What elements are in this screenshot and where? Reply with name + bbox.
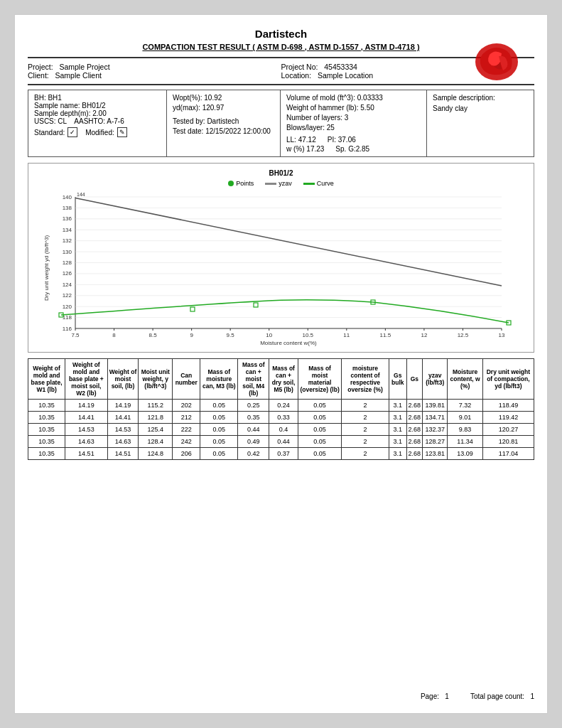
cell-r3-c1: 14.63 (65, 436, 107, 448)
svg-text:124: 124 (62, 282, 72, 288)
svg-text:13: 13 (498, 332, 504, 338)
cell-r1-c11: 2.68 (406, 412, 423, 424)
legend-points-dot (228, 181, 234, 186)
chart-container: BH01/2 Points yzav Curve Dry unit weight… (28, 163, 534, 353)
svg-text:9.5: 9.5 (226, 332, 234, 338)
legend-curve: Curve (303, 180, 334, 187)
legend-curve-line (303, 183, 315, 185)
cell-r3-c8: 0.05 (298, 436, 342, 448)
cell-r0-c10: 3.1 (389, 400, 407, 412)
cell-r0-c8: 0.05 (298, 400, 342, 412)
cell-r1-c1: 14.41 (65, 412, 107, 424)
cell-r0-c11: 2.68 (406, 400, 423, 412)
cell-r4-c1: 14.51 (65, 448, 107, 460)
cell-r4-c14: 117.04 (482, 448, 534, 460)
legend-points-label: Points (236, 180, 254, 187)
cell-r0-c14: 118.49 (482, 400, 534, 412)
cell-r4-c9: 2 (342, 448, 389, 460)
modified-label: Modified: (85, 129, 114, 136)
cell-r0-c3: 115.2 (139, 400, 173, 412)
cell-r2-c10: 3.1 (389, 424, 407, 436)
cell-r2-c11: 2.68 (406, 424, 423, 436)
client-label: Client: (28, 71, 49, 80)
col-header-gs-bulk: Gs bulk (389, 359, 407, 400)
cell-r2-c0: 10.35 (28, 424, 65, 436)
sample-desc-value: Sandy clay (433, 105, 468, 112)
cell-r4-c8: 0.05 (298, 448, 342, 460)
cell-r1-c12: 134.71 (423, 412, 448, 424)
cell-r2-c7: 0.4 (269, 424, 298, 436)
svg-text:132: 132 (62, 237, 72, 244)
svg-text:8.5: 8.5 (148, 332, 157, 338)
cell-r2-c8: 0.05 (298, 424, 342, 436)
cell-r1-c14: 119.42 (482, 412, 534, 424)
cell-r4-c5: 0.05 (200, 448, 238, 460)
w-info: w (%) 17.23 (286, 145, 324, 153)
col-header-oversize-mass: Mass of moist material (oversize) (lb) (298, 359, 342, 400)
cell-r3-c2: 14.63 (107, 436, 139, 448)
bh-label: BH: (34, 94, 46, 102)
cell-r3-c4: 242 (173, 436, 200, 448)
test-date-value: 12/15/2022 12:00:00 (205, 127, 271, 135)
cell-r3-c3: 128.4 (139, 436, 173, 448)
svg-text:122: 122 (62, 292, 72, 299)
uscs-value: CL (58, 117, 66, 125)
cell-r3-c14: 120.81 (482, 436, 534, 448)
col-header-moisture-content: Moisture content, w (%) (448, 359, 482, 400)
svg-text:116: 116 (62, 326, 72, 332)
test-date-label: Test date: (173, 127, 203, 135)
cell-r4-c10: 3.1 (389, 448, 407, 460)
cell-r1-c0: 10.35 (28, 412, 65, 424)
cell-r0-c0: 10.35 (28, 400, 65, 412)
total-pages-label: Total page count: (470, 692, 524, 700)
cell-r4-c12: 123.81 (423, 448, 448, 460)
chart-svg: Dry unit weight yd (lb/ft^3) (40, 190, 523, 346)
cell-r0-c4: 202 (173, 400, 200, 412)
sp-info: Sp. G:2.85 (335, 145, 369, 153)
cell-r1-c7: 0.33 (269, 412, 298, 424)
svg-text:10.5: 10.5 (302, 332, 313, 338)
blows-label: Blows/layer: (286, 124, 325, 132)
cell-r1-c9: 2 (342, 412, 389, 424)
cell-r1-c2: 14.41 (107, 412, 139, 424)
cell-r4-c11: 2.68 (406, 448, 423, 460)
sample-depth-value: 2.00 (92, 109, 106, 117)
cell-r0-c5: 0.05 (200, 400, 238, 412)
svg-text:12.5: 12.5 (457, 332, 468, 338)
standard-check-icon: ✓ (67, 127, 77, 137)
svg-text:12: 12 (421, 332, 427, 338)
client-info: Client: Sample Client (28, 71, 281, 80)
chart-legend: Points yzav Curve (34, 180, 528, 187)
project-info-left: Project: Sample Project (28, 63, 281, 71)
sample-desc-label: Sample description: (433, 94, 495, 102)
company-title: Dartistech (28, 28, 534, 40)
wopt-label: Wopt(%): (173, 94, 202, 102)
col-header-m3: Mass of moisture can, M3 (lb) (200, 359, 238, 400)
uscs-label: USCS: (34, 117, 56, 125)
svg-text:11: 11 (343, 332, 350, 338)
col-header-moist-soil: Weight of moist soil, (lb) (107, 359, 139, 400)
layers-label: Number of layers: (286, 114, 342, 122)
wopt-col: Wopt(%): 10.92 yd(max): 120.97 Tested by… (167, 90, 281, 156)
svg-text:140: 140 (62, 194, 72, 200)
location-value: Sample Location (318, 71, 373, 80)
cell-r4-c2: 14.51 (107, 448, 139, 460)
cell-r0-c9: 2 (342, 400, 389, 412)
svg-rect-57 (190, 307, 195, 311)
cell-r1-c4: 212 (173, 412, 200, 424)
cell-r3-c12: 128.27 (423, 436, 448, 448)
col-header-gs: Gs (406, 359, 423, 400)
svg-text:134: 134 (62, 227, 72, 233)
table-row: 10.3514.4114.41121.82120.050.350.330.052… (28, 412, 534, 424)
tested-by-label: Tested by: (173, 117, 205, 125)
cell-r2-c13: 9.83 (448, 424, 482, 436)
cell-r0-c12: 139.81 (423, 400, 448, 412)
legend-yzav-line (265, 183, 276, 185)
svg-text:130: 130 (62, 249, 72, 255)
sample-name-value: BH01/2 (82, 102, 105, 109)
cell-r2-c1: 14.53 (65, 424, 107, 436)
cell-r1-c3: 121.8 (139, 412, 173, 424)
bh-value: BH1 (48, 94, 61, 102)
page-info: Page: 1 (421, 692, 449, 700)
cell-r2-c9: 2 (342, 424, 389, 436)
